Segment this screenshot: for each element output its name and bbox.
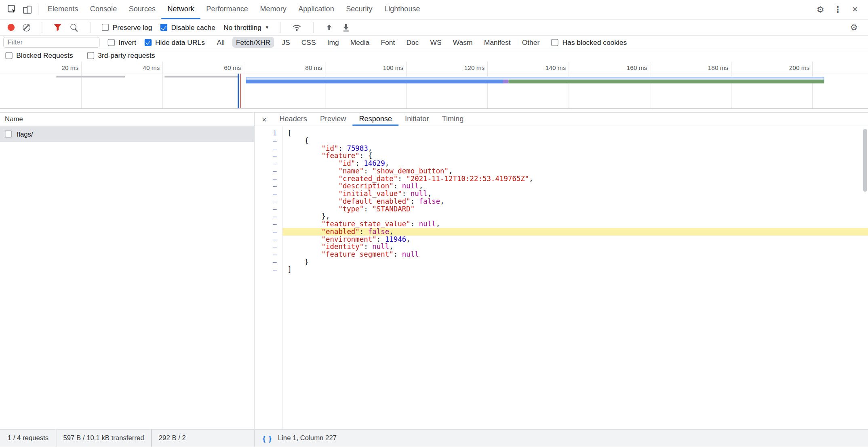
third-party-requests-checkbox[interactable]: 3rd-party requests: [87, 51, 155, 59]
overview-time-label: 120 ms: [447, 64, 485, 71]
overview-gridline: [487, 62, 488, 108]
checkbox-box: [108, 39, 115, 46]
code-line: {: [282, 137, 868, 145]
device-toolbar-icon[interactable]: [19, 2, 35, 17]
overview-gridline: [812, 62, 813, 108]
checkbox-label: Hide data URLs: [155, 38, 205, 46]
tab-timing[interactable]: Timing: [436, 113, 470, 126]
filter-type-font[interactable]: Font: [377, 37, 399, 48]
overview-gridline: [406, 62, 407, 108]
export-har-icon[interactable]: [341, 23, 350, 32]
tab-application[interactable]: Application: [292, 0, 340, 19]
record-button[interactable]: [8, 24, 15, 31]
close-devtools-icon[interactable]: ×: [849, 4, 862, 15]
settings-gear-icon[interactable]: ⚙: [814, 4, 827, 15]
request-bar-sliver: [503, 80, 508, 83]
gutter-line-marker: –: [255, 152, 282, 160]
filter-type-manifest[interactable]: Manifest: [480, 37, 514, 48]
more-options-icon[interactable]: ⋮: [831, 4, 844, 15]
throttling-dropdown[interactable]: No throttling ▾: [223, 23, 268, 32]
toolbar-divider: [280, 22, 280, 33]
tab-lighthouse[interactable]: Lighthouse: [378, 0, 426, 19]
filter-type-ws[interactable]: WS: [426, 37, 445, 48]
filter-type-other[interactable]: Other: [518, 37, 543, 48]
request-row[interactable]: flags/: [0, 126, 254, 142]
overview-gridline: [650, 62, 650, 108]
gutter-line-marker: –: [255, 243, 282, 251]
code-line: "enabled": false,: [282, 228, 868, 236]
close-detail-icon[interactable]: ×: [255, 113, 273, 126]
status-resources: 292 B / 2: [151, 430, 193, 447]
code-line: "feature": {: [282, 152, 868, 160]
search-icon[interactable]: [70, 23, 78, 32]
gutter-line-marker: –: [255, 167, 282, 175]
filter-type-img[interactable]: Img: [323, 37, 343, 48]
editor-status: { } Line 1, Column 227: [255, 430, 868, 447]
gutter-line-marker: –: [255, 145, 282, 152]
filter-funnel-icon[interactable]: [54, 23, 62, 32]
filter-type-css[interactable]: CSS: [297, 37, 320, 48]
inspect-element-icon[interactable]: [4, 2, 20, 17]
tab-headers[interactable]: Headers: [273, 113, 314, 126]
tab-security[interactable]: Security: [340, 0, 378, 19]
network-settings-gear-icon[interactable]: ⚙: [847, 22, 860, 32]
gutter-line-marker: –: [255, 175, 282, 183]
code-line: "id": 14629,: [282, 160, 868, 167]
filter-type-doc[interactable]: Doc: [402, 37, 423, 48]
clear-requests-icon[interactable]: [23, 23, 30, 31]
filter-type-wasm[interactable]: Wasm: [449, 37, 476, 48]
checkbox-label: 3rd-party requests: [98, 51, 155, 59]
tabbar-controls: ⚙ ⋮ ×: [814, 0, 868, 19]
disable-cache-checkbox[interactable]: Disable cache: [160, 23, 215, 32]
tab-performance[interactable]: Performance: [200, 0, 254, 19]
preserve-log-checkbox[interactable]: Preserve log: [102, 23, 152, 32]
filter-input[interactable]: [3, 37, 100, 48]
detail-tabbar: × HeadersPreviewResponseInitiatorTiming: [255, 112, 868, 126]
hide-data-urls-checkbox[interactable]: Hide data URLs: [144, 38, 205, 46]
overview-grid[interactable]: 20 ms40 ms60 ms80 ms100 ms120 ms140 ms16…: [0, 62, 868, 109]
checkbox-box: [87, 52, 94, 59]
devtools-tabbar: ElementsConsoleSourcesNetworkPerformance…: [0, 0, 868, 19]
code-line: "environment": 11946,: [282, 236, 868, 243]
tab-elements[interactable]: Elements: [42, 0, 84, 19]
code-line: "feature_state_value": null,: [282, 220, 868, 228]
filter-type-fetch-xhr[interactable]: Fetch/XHR: [232, 37, 274, 48]
overview-time-label: 40 ms: [122, 64, 160, 71]
network-toolbar: Preserve log Disable cache No throttling…: [0, 19, 868, 36]
tab-sources[interactable]: Sources: [123, 0, 162, 19]
code-line: "initial_value": null,: [282, 190, 868, 198]
code-line: "id": 75983,: [282, 145, 868, 152]
tab-console[interactable]: Console: [84, 0, 123, 19]
request-bar-small-1: [56, 76, 125, 78]
network-conditions-icon[interactable]: [292, 23, 301, 32]
name-column-header[interactable]: Name: [0, 115, 23, 123]
tab-initiator[interactable]: Initiator: [398, 113, 435, 126]
response-gutter: 1––––––––––––––––––: [255, 126, 283, 429]
checkbox-box-checked: [144, 39, 151, 46]
blocked-requests-checkbox[interactable]: Blocked Requests: [5, 51, 73, 59]
invert-checkbox[interactable]: Invert: [108, 38, 136, 46]
scrollbar-thumb[interactable]: [863, 129, 867, 192]
filter-type-media[interactable]: Media: [346, 37, 373, 48]
tab-memory[interactable]: Memory: [254, 0, 293, 19]
tab-preview[interactable]: Preview: [314, 113, 353, 126]
overview-time-label: 80 ms: [284, 64, 322, 71]
overview-time-label: 100 ms: [366, 64, 404, 71]
gutter-line-marker: –: [255, 160, 282, 167]
request-bar-small-2: [164, 76, 239, 78]
format-braces-icon[interactable]: { }: [263, 434, 272, 442]
requests-table-header: Name: [0, 112, 254, 126]
import-har-icon[interactable]: [325, 23, 333, 32]
overview-time-label: 20 ms: [41, 64, 79, 71]
gutter-line-marker: –: [255, 190, 282, 198]
gutter-line-marker: –: [255, 236, 282, 243]
status-summary: 1 / 4 requests597 B / 10.1 kB transferre…: [0, 430, 255, 447]
checkbox-label: Disable cache: [171, 23, 215, 32]
tab-network[interactable]: Network: [162, 0, 200, 19]
toolbar-divider: [42, 22, 42, 33]
tab-response[interactable]: Response: [352, 113, 398, 126]
filter-type-all[interactable]: All: [213, 37, 228, 48]
overview-time-label: 180 ms: [691, 64, 729, 71]
has-blocked-cookies-checkbox[interactable]: Has blocked cookies: [552, 38, 627, 46]
filter-type-js[interactable]: JS: [278, 37, 294, 48]
